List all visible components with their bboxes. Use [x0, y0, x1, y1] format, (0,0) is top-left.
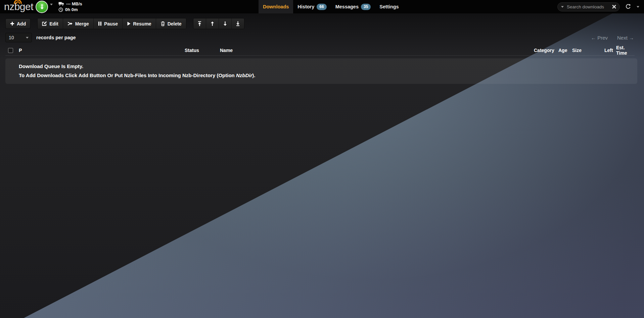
add-button-label: Add [17, 21, 26, 26]
edit-button-label: Edit [49, 21, 58, 26]
column-name: Name [220, 48, 534, 53]
empty-queue-message: Download Queue Is Empty. To Add Download… [5, 58, 637, 84]
select-caret-down-icon [26, 37, 29, 39]
pagination-row: 10 records per page ← Prev Next → [0, 29, 644, 42]
move-top-button[interactable] [193, 18, 206, 29]
speed-icon [58, 2, 64, 6]
delete-icon [160, 21, 165, 26]
prev-page-link[interactable]: ← Prev [591, 35, 608, 41]
column-priority: P [19, 48, 185, 53]
column-category: Category [534, 48, 558, 53]
merge-icon [67, 21, 73, 26]
pause-button-label: Pause [104, 21, 118, 26]
search-box [557, 2, 620, 11]
delete-button[interactable]: Delete [156, 18, 186, 29]
logo-download-icon [39, 4, 45, 10]
queue-toolbar: Add Edit Merge [0, 13, 644, 29]
download-menu-button[interactable] [36, 1, 48, 13]
nav-tabs: Downloads History 66 Messages 35 Setting… [259, 0, 403, 13]
tab-history[interactable]: History 66 [293, 0, 331, 13]
move-bottom-icon [236, 21, 240, 26]
history-count-badge: 66 [317, 4, 326, 10]
nav-right-controls [557, 0, 639, 13]
brand: nzbget [4, 0, 82, 13]
uptime-status: 0h 0m [58, 7, 82, 12]
move-top-icon [197, 21, 202, 26]
search-input[interactable] [566, 4, 610, 10]
empty-queue-title: Download Queue Is Empty. [19, 63, 629, 69]
column-size: Size [572, 48, 604, 53]
messages-count-badge: 35 [361, 4, 371, 10]
add-icon [10, 21, 14, 26]
edit-button[interactable]: Edit [38, 18, 62, 29]
empty-queue-hint-text: To Add Downloads Click Add Button Or Put… [19, 72, 236, 78]
refresh-icon [625, 4, 631, 10]
brand-caret-down-icon[interactable] [50, 4, 53, 5]
logo-arc-icon [13, 0, 22, 4]
move-actions-group [193, 18, 244, 29]
move-up-button[interactable] [206, 18, 219, 29]
column-age: Age [558, 48, 572, 53]
move-down-icon [223, 21, 227, 26]
uptime-value: 0h 0m [65, 7, 78, 12]
tab-downloads-label: Downloads [263, 4, 289, 9]
search-clear-button[interactable] [612, 5, 616, 9]
pause-icon [98, 21, 102, 26]
edit-icon [42, 21, 47, 26]
empty-queue-hint-suffix: ). [252, 72, 255, 78]
tab-messages[interactable]: Messages 35 [331, 0, 375, 13]
add-button[interactable]: Add [5, 18, 31, 29]
empty-queue-hint-option: NzbDir [236, 72, 252, 78]
uptime-icon [58, 7, 63, 12]
column-est-time: Est. Time [616, 45, 635, 56]
column-left: Left [604, 48, 616, 53]
records-per-page-select[interactable]: 10 [5, 33, 32, 42]
tab-history-label: History [297, 4, 314, 9]
select-all-checkbox[interactable] [8, 48, 13, 53]
logo: nzbget [4, 0, 33, 13]
nzbget-app: nzbget [0, 0, 644, 318]
tab-settings-label: Settings [379, 4, 399, 9]
status-box: --- MB/s 0h 0m [58, 1, 82, 12]
speed-status: --- MB/s [58, 1, 82, 6]
move-up-icon [210, 21, 215, 26]
resume-button-label: Resume [133, 21, 151, 26]
move-bottom-button[interactable] [231, 18, 244, 29]
refresh-interval-caret-down-icon[interactable] [637, 6, 639, 8]
resume-button[interactable]: Resume [122, 18, 155, 29]
edit-actions-group: Edit Merge Pause [37, 18, 186, 29]
resume-icon [127, 21, 131, 26]
records-per-page-label: records per page [36, 35, 76, 40]
search-options-caret-down-icon[interactable] [561, 6, 564, 8]
tab-downloads[interactable]: Downloads [259, 0, 293, 13]
search-clear-icon [612, 5, 616, 9]
move-down-button[interactable] [219, 18, 231, 29]
tab-settings[interactable]: Settings [375, 0, 403, 13]
pager: ← Prev Next → [591, 35, 634, 41]
column-status: Status [185, 48, 220, 53]
downloads-page: Add Edit Merge [0, 13, 644, 84]
merge-button-label: Merge [75, 21, 89, 26]
queue-table-header: P Status Name Category Age Size Left Est… [5, 45, 635, 56]
delete-button-label: Delete [168, 21, 182, 26]
empty-queue-hint: To Add Downloads Click Add Button Or Put… [19, 72, 629, 78]
refresh-button[interactable] [625, 4, 631, 10]
speed-value: --- MB/s [66, 1, 82, 6]
pause-button[interactable]: Pause [93, 18, 122, 29]
navbar: nzbget [0, 0, 644, 13]
records-per-page-value: 10 [9, 35, 14, 40]
tab-messages-label: Messages [335, 4, 359, 9]
next-page-link[interactable]: Next → [617, 35, 634, 41]
merge-button[interactable]: Merge [63, 18, 93, 29]
